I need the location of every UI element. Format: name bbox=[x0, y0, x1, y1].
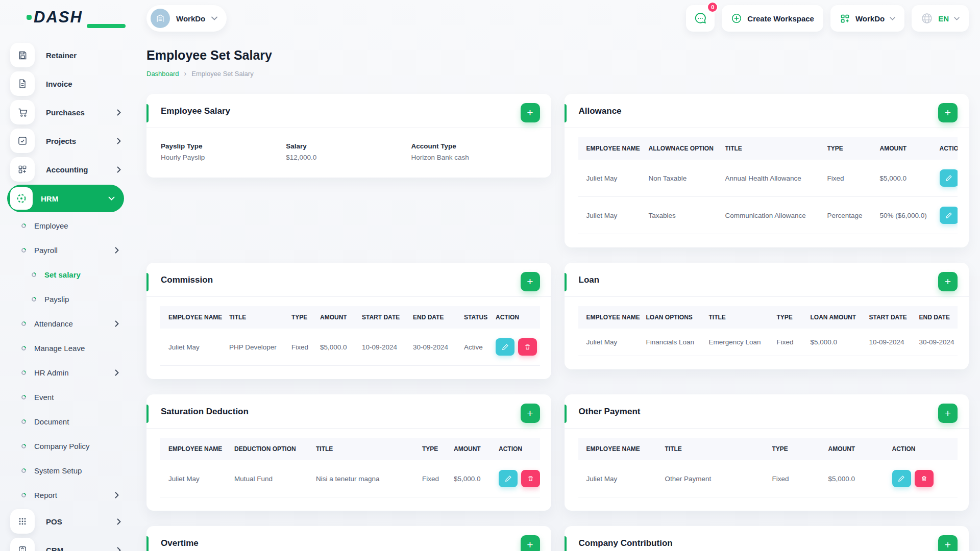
add-saturation-deduction-button[interactable]: + bbox=[521, 404, 540, 423]
messages-button[interactable]: 0 bbox=[686, 5, 715, 32]
edit-button[interactable] bbox=[940, 169, 958, 187]
add-other-payment-button[interactable]: + bbox=[938, 404, 958, 423]
card-title: Saturation Deduction bbox=[161, 407, 249, 416]
workspace-selector[interactable]: WorkDo bbox=[146, 5, 227, 32]
breadcrumb-dashboard-link[interactable]: Dashboard bbox=[146, 70, 179, 78]
cell-actions bbox=[935, 197, 958, 234]
cell-title: Other Payment bbox=[660, 460, 767, 497]
edit-button[interactable] bbox=[496, 338, 514, 356]
add-employee-salary-button[interactable]: + bbox=[521, 103, 540, 122]
sidebar-item-payslip[interactable]: Payslip bbox=[0, 287, 131, 311]
bullet-icon bbox=[20, 222, 27, 229]
sidebar-item-attendance[interactable]: Attendance bbox=[0, 311, 131, 336]
column-header: EMPLOYEE NAME bbox=[578, 137, 644, 160]
edit-button[interactable] bbox=[892, 470, 911, 487]
globe-icon bbox=[921, 12, 933, 24]
edit-button[interactable] bbox=[499, 470, 518, 487]
sidebar-item-invoice[interactable]: Invoice bbox=[0, 69, 131, 98]
bullet-icon bbox=[20, 369, 27, 376]
cell-type: Fixed bbox=[772, 329, 805, 356]
sidebar-item-document[interactable]: Document bbox=[0, 409, 131, 434]
column-header: TYPE bbox=[767, 438, 823, 460]
table-row: Juliet May Other Payment Fixed $5,000.0 bbox=[578, 460, 958, 497]
sidebar-item-label: Payslip bbox=[44, 295, 69, 304]
sidebar-item-purchases[interactable]: Purchases bbox=[0, 98, 131, 127]
column-header: ACTION bbox=[494, 438, 540, 460]
sidebar-item-crm[interactable]: CRM bbox=[0, 536, 131, 551]
sidebar-item-report[interactable]: Report bbox=[0, 483, 131, 507]
column-header: EMPLOYEE NAME bbox=[578, 306, 641, 329]
table-header-row: EMPLOYEE NAME TITLE TYPE AMOUNT START DA… bbox=[160, 306, 540, 329]
column-header: STATUS bbox=[459, 306, 491, 329]
bullet-icon bbox=[20, 418, 27, 425]
create-workspace-button[interactable]: Create Workspace bbox=[722, 5, 823, 32]
chat-icon bbox=[694, 12, 707, 25]
card-title: Employee Salary bbox=[161, 106, 230, 116]
sidebar-item-retainer[interactable]: Retainer bbox=[0, 41, 131, 69]
app-logo[interactable]: DASH bbox=[27, 8, 83, 27]
commission-table: EMPLOYEE NAME TITLE TYPE AMOUNT START DA… bbox=[160, 306, 540, 366]
bullet-icon bbox=[20, 394, 27, 400]
sidebar-item-projects[interactable]: Projects bbox=[0, 127, 131, 155]
sidebar-item-hrm-active[interactable]: HRM bbox=[7, 185, 124, 212]
column-header: DEDUCTION OPTION bbox=[229, 438, 311, 460]
cell-loan-amount: $5,000.0 bbox=[805, 329, 864, 356]
column-header: TYPE bbox=[772, 306, 805, 329]
cell-allowance-option: Non Taxable bbox=[644, 160, 720, 197]
chevron-right-icon bbox=[115, 247, 119, 254]
cell-employee-name: Juliet May bbox=[578, 160, 644, 197]
chevron-right-icon bbox=[117, 547, 121, 551]
column-header: START DATE bbox=[864, 306, 914, 329]
sidebar-item-manage-leave[interactable]: Manage Leave bbox=[0, 336, 131, 360]
sidebar-item-hr-admin[interactable]: HR Admin bbox=[0, 360, 131, 385]
sidebar-item-label: Retainer bbox=[46, 51, 77, 60]
bullet-icon bbox=[20, 247, 27, 254]
sidebar-item-pos[interactable]: POS bbox=[0, 507, 131, 536]
sidebar-item-event[interactable]: Event bbox=[0, 385, 131, 409]
chevron-right-icon bbox=[115, 320, 119, 327]
cell-type: Fixed bbox=[417, 460, 449, 497]
sidebar-item-payroll[interactable]: Payroll bbox=[0, 238, 131, 262]
column-header: ACTION bbox=[491, 306, 540, 329]
saturation-deduction-table: EMPLOYEE NAME DEDUCTION OPTION TITLE TYP… bbox=[160, 438, 540, 497]
bullet-icon bbox=[20, 492, 27, 498]
add-company-contribution-button[interactable]: + bbox=[938, 535, 958, 551]
delete-button[interactable] bbox=[521, 470, 540, 487]
workdo-menu-button[interactable]: WorkDo bbox=[830, 5, 904, 32]
add-allowance-button[interactable]: + bbox=[938, 103, 958, 122]
edit-button[interactable] bbox=[940, 207, 958, 224]
loan-card: Loan + EMPLOYEE NAME LOAN OPTIONS TITLE … bbox=[565, 263, 969, 369]
messages-count-badge: 0 bbox=[707, 2, 718, 13]
column-header: AMOUNT bbox=[449, 438, 494, 460]
column-header: LOAN AMOUNT bbox=[805, 306, 864, 329]
sidebar-item-company-policy[interactable]: Company Policy bbox=[0, 434, 131, 458]
other-payment-card: Other Payment + EMPLOYEE NAME TITLE TYPE… bbox=[565, 394, 969, 511]
column-header: ALLOWNACE OPTION bbox=[644, 137, 720, 160]
grid-plus-icon bbox=[10, 157, 35, 182]
cell-end-date: 30-09-2024 bbox=[408, 329, 459, 366]
chevron-down-icon bbox=[954, 17, 960, 20]
sidebar-item-label: Event bbox=[34, 393, 54, 402]
language-selector[interactable]: EN bbox=[912, 5, 969, 32]
sidebar-item-set-salary[interactable]: Set salary bbox=[0, 262, 131, 287]
table-header-row: EMPLOYEE NAME ALLOWNACE OPTION TITLE TYP… bbox=[578, 137, 958, 160]
sidebar-item-label: Manage Leave bbox=[34, 344, 85, 353]
sidebar-item-accounting[interactable]: Accounting bbox=[0, 155, 131, 184]
add-commission-button[interactable]: + bbox=[521, 272, 540, 291]
sidebar-item-system-setup[interactable]: System Setup bbox=[0, 458, 131, 483]
chevron-right-icon bbox=[115, 369, 119, 376]
delete-button[interactable] bbox=[915, 470, 934, 487]
cell-deduction-option: Mutual Fund bbox=[229, 460, 311, 497]
sidebar-item-employee[interactable]: Employee bbox=[0, 213, 131, 238]
delete-button[interactable] bbox=[518, 338, 537, 356]
column-header: TYPE bbox=[286, 306, 315, 329]
loan-table: EMPLOYEE NAME LOAN OPTIONS TITLE TYPE LO… bbox=[578, 306, 958, 356]
cell-title: Nisi a tenetur magna bbox=[311, 460, 417, 497]
workdo-menu-label: WorkDo bbox=[855, 14, 885, 23]
add-loan-button[interactable]: + bbox=[938, 272, 958, 291]
column-header: TYPE bbox=[822, 137, 875, 160]
add-overtime-button[interactable]: + bbox=[521, 535, 540, 551]
table-header-row: EMPLOYEE NAME DEDUCTION OPTION TITLE TYP… bbox=[160, 438, 540, 460]
cell-amount: $5,000.0 bbox=[315, 329, 357, 366]
divider bbox=[565, 128, 969, 128]
